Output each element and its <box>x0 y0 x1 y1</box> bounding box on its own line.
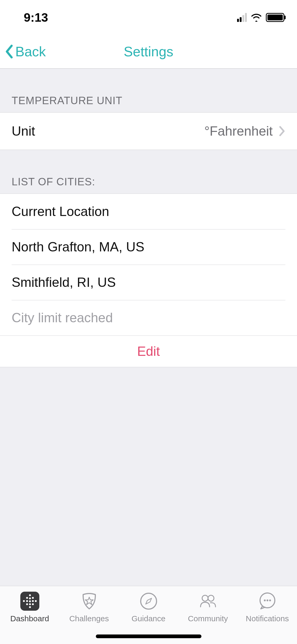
tab-label: Community <box>188 614 228 623</box>
nav-bar: Back Settings <box>0 35 297 69</box>
tab-notifications[interactable]: Notifications <box>238 591 297 623</box>
unit-label: Unit <box>12 123 35 139</box>
home-indicator <box>96 634 201 638</box>
tab-community[interactable]: Community <box>178 591 238 623</box>
tab-bar: Dashboard Challenges Guidance <box>0 586 297 644</box>
cities-list: Current Location North Grafton, MA, US S… <box>0 194 297 335</box>
status-bar: 9:13 <box>0 0 297 35</box>
city-limit-row: City limit reached <box>0 300 297 335</box>
chevron-left-icon <box>5 45 14 58</box>
svg-point-4 <box>264 600 266 601</box>
people-icon <box>198 591 218 611</box>
status-time: 9:13 <box>24 10 48 25</box>
city-row[interactable]: Smithfield, RI, US <box>0 265 297 300</box>
page-title: Settings <box>124 44 173 59</box>
city-row-current-location[interactable]: Current Location <box>0 194 297 229</box>
svg-point-1 <box>202 595 208 601</box>
tab-guidance[interactable]: Guidance <box>119 591 178 623</box>
edit-label: Edit <box>137 344 160 359</box>
svg-point-5 <box>266 600 268 601</box>
cellular-signal-icon <box>237 13 247 22</box>
unit-value: °Fahrenheit <box>204 123 273 139</box>
content-spacer <box>0 367 297 586</box>
tab-dashboard[interactable]: Dashboard <box>0 591 59 623</box>
tab-challenges[interactable]: Challenges <box>59 591 119 623</box>
back-button[interactable]: Back <box>0 44 46 59</box>
dashboard-icon <box>20 591 40 611</box>
back-label: Back <box>15 44 46 59</box>
edit-button[interactable]: Edit <box>0 335 297 367</box>
temperature-unit-group: Unit °Fahrenheit <box>0 112 297 150</box>
city-label: Smithfield, RI, US <box>12 275 116 290</box>
tab-label: Notifications <box>246 614 289 623</box>
unit-value-wrap: °Fahrenheit <box>204 123 285 139</box>
svg-point-0 <box>141 593 157 609</box>
star-shield-icon <box>79 591 99 611</box>
tab-label: Guidance <box>131 614 165 623</box>
tab-label: Dashboard <box>10 614 49 623</box>
chat-icon <box>258 591 277 611</box>
chevron-right-icon <box>279 126 285 136</box>
compass-icon <box>139 591 158 611</box>
svg-point-6 <box>269 600 271 601</box>
section-header-temperature: TEMPERATURE UNIT <box>0 69 297 112</box>
wifi-icon <box>251 13 262 22</box>
status-icons <box>237 13 284 22</box>
city-row[interactable]: North Grafton, MA, US <box>0 229 297 265</box>
unit-row[interactable]: Unit °Fahrenheit <box>0 113 297 150</box>
city-label: Current Location <box>12 204 109 219</box>
battery-icon <box>266 13 284 22</box>
city-limit-label: City limit reached <box>12 310 113 325</box>
section-header-cities: LIST OF CITIES: <box>0 150 297 194</box>
tab-label: Challenges <box>69 614 109 623</box>
city-label: North Grafton, MA, US <box>12 239 144 255</box>
svg-point-2 <box>208 595 214 601</box>
